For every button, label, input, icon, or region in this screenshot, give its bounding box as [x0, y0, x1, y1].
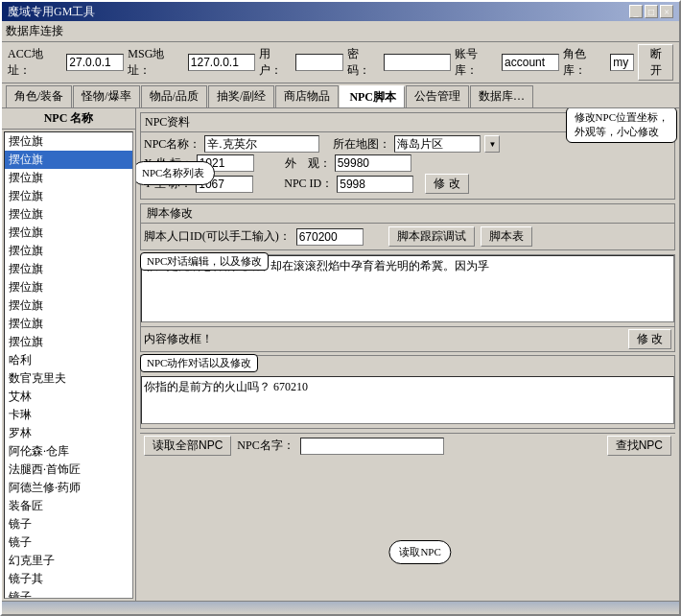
- tab-announce[interactable]: 公告管理: [406, 85, 469, 107]
- list-item[interactable]: 摆位旗: [5, 333, 132, 351]
- acc-label: ACC地址：: [8, 46, 62, 79]
- outer-label: 外 观：: [285, 155, 331, 172]
- msg-label: MSG地址：: [128, 46, 184, 79]
- left-panel: NPC 名称 摆位旗 摆位旗 摆位旗 摆位旗 摆位旗 摆位旗 摆位旗 摆位旗 摆…: [2, 108, 136, 601]
- window-title: 魔域专用GM工具: [8, 4, 95, 20]
- account-label: 账号库：: [455, 46, 498, 79]
- main-window: 魔域专用GM工具 _ □ × 数据库连接 ACC地址： MSG地址： 用户： 密…: [0, 0, 681, 616]
- action-textarea[interactable]: 你指的是前方的火山吗？ 670210: [141, 376, 674, 424]
- list-item[interactable]: 摆位旗: [5, 278, 132, 296]
- read-all-npc-button[interactable]: 读取全部NPC: [144, 436, 231, 456]
- status-bar: [2, 601, 679, 614]
- acc-input[interactable]: [66, 54, 124, 71]
- pwd-label: 密码：: [347, 46, 380, 79]
- list-item[interactable]: 摆位旗: [5, 296, 132, 315]
- npc-name-search-input[interactable]: [300, 438, 444, 455]
- list-item[interactable]: 卡琳: [5, 406, 132, 424]
- find-npc-button[interactable]: 查找NPC: [607, 436, 671, 456]
- list-item[interactable]: 镜子: [5, 533, 132, 552]
- callout-modify-npc: 修改NPC位置坐标，外观等，小心修改: [566, 108, 677, 143]
- list-item[interactable]: 摆位旗: [5, 151, 132, 169]
- tab-monster[interactable]: 怪物/爆率: [73, 85, 139, 107]
- list-item[interactable]: 阿德兰修·药师: [5, 479, 132, 497]
- maximize-button[interactable]: □: [645, 5, 658, 18]
- list-item[interactable]: 摆位旗: [5, 260, 132, 278]
- account-input[interactable]: [502, 54, 559, 71]
- tab-bar: 角色/装备 怪物/爆率 物品/品质 抽奖/副经 商店物品 NPC脚本 公告管理 …: [2, 83, 679, 108]
- script-id-input[interactable]: [296, 228, 364, 246]
- tab-shop[interactable]: 商店物品: [275, 85, 339, 107]
- dialog-modify-row: 内容修改框！ 修 改: [140, 327, 675, 352]
- map-label: 所在地图：: [333, 136, 390, 153]
- npcid-input[interactable]: [337, 176, 413, 193]
- msg-input[interactable]: [188, 54, 255, 71]
- y-coord-row: Y 坐 标： NPC ID： 修 改: [144, 174, 671, 194]
- npc-name-input[interactable]: [204, 135, 319, 153]
- list-item[interactable]: 摆位旗: [5, 187, 132, 205]
- action-wrapper: NPC动作对话以及修改 动作内容： 你指的是前方的火山吗？ 670210: [140, 355, 675, 429]
- right-panel: NPC名称列表 修改NPC位置坐标，外观等，小心修改 NPC资料 NPC名称： …: [136, 108, 679, 601]
- disconnect-button[interactable]: 断开: [638, 44, 673, 81]
- callout-read-npc: 读取NPC: [388, 540, 451, 564]
- script-table-button[interactable]: 脚本表: [481, 226, 532, 247]
- title-bar-buttons: _ □ ×: [629, 5, 673, 18]
- list-item[interactable]: 罗林: [5, 424, 132, 442]
- list-item[interactable]: 阿伦森·仓库: [5, 442, 132, 461]
- list-item[interactable]: 摆位旗: [5, 315, 132, 333]
- npc-list-header: NPC 名称: [2, 108, 135, 130]
- callout-action: NPC动作对话以及修改: [140, 354, 258, 372]
- tab-lottery[interactable]: 抽奖/副经: [208, 85, 274, 107]
- title-bar: 魔域专用GM工具 _ □ ×: [2, 2, 679, 21]
- acc-bar: ACC地址： MSG地址： 用户： 密码： 账号库： 角色库： 断开: [2, 42, 679, 83]
- pwd-input[interactable]: [384, 54, 451, 71]
- list-item[interactable]: 法腿西·首饰匠: [5, 461, 132, 479]
- list-item[interactable]: 摆位旗: [5, 224, 132, 242]
- user-input[interactable]: [295, 54, 343, 71]
- bottom-bar: 读取全部NPC NPC名字： 查找NPC: [140, 433, 675, 458]
- list-item[interactable]: 哈利: [5, 351, 132, 369]
- script-section: 脚本修改 脚本人口ID(可以手工输入)： 脚本跟踪调试 脚本表: [140, 203, 675, 250]
- modify-npc-button[interactable]: 修 改: [425, 174, 468, 194]
- modify-label: 内容修改框！: [144, 331, 622, 347]
- npc-name-label: NPC名称：: [144, 136, 200, 153]
- list-item[interactable]: 装备匠: [5, 497, 132, 515]
- list-item[interactable]: 镜子: [5, 515, 132, 533]
- menu-database[interactable]: 数据库连接: [6, 24, 63, 37]
- tab-database[interactable]: 数据库…: [470, 85, 533, 107]
- outer-input[interactable]: [335, 154, 411, 172]
- list-item[interactable]: 镜子: [5, 588, 132, 599]
- list-item[interactable]: 幻克里子: [5, 552, 132, 570]
- role-label: 角色库：: [563, 46, 606, 79]
- map-input[interactable]: [394, 135, 481, 153]
- tab-npc[interactable]: NPC脚本: [340, 85, 405, 107]
- trace-debug-button[interactable]: 脚本跟踪调试: [388, 226, 475, 247]
- list-item[interactable]: 数官克里夫: [5, 369, 132, 388]
- menu-bar: 数据库连接: [2, 21, 679, 42]
- dialog-modify-button[interactable]: 修 改: [628, 329, 671, 349]
- callout-npc-list: NPC名称列表: [136, 161, 215, 185]
- npc-list[interactable]: 摆位旗 摆位旗 摆位旗 摆位旗 摆位旗 摆位旗 摆位旗 摆位旗 摆位旗 摆位旗 …: [4, 131, 133, 599]
- role-input[interactable]: [610, 54, 634, 71]
- user-label: 用户：: [259, 46, 292, 79]
- list-item[interactable]: 摆位旗: [5, 169, 132, 187]
- npc-name-label: NPC名字：: [237, 438, 294, 454]
- close-button[interactable]: ×: [660, 5, 673, 18]
- npcid-label: NPC ID：: [284, 176, 333, 192]
- script-id-label: 脚本人口ID(可以手工输入)：: [144, 228, 291, 245]
- dialog-wrapper: NPC对话编辑，以及修改 那儿是充满恐怖的死域，却在滚滚烈焰中孕育着光明的希冀。…: [140, 254, 675, 352]
- callout-dialog: NPC对话编辑，以及修改: [140, 252, 269, 271]
- script-title: 脚本修改: [141, 204, 674, 224]
- main-content: NPC 名称 摆位旗 摆位旗 摆位旗 摆位旗 摆位旗 摆位旗 摆位旗 摆位旗 摆…: [2, 108, 679, 601]
- script-row: 脚本人口ID(可以手工输入)： 脚本跟踪调试 脚本表: [141, 224, 674, 249]
- tab-role-equip[interactable]: 角色/装备: [6, 85, 72, 107]
- list-item[interactable]: 艾林: [5, 388, 132, 406]
- list-item[interactable]: 摆位旗: [5, 205, 132, 224]
- tab-item[interactable]: 物品/品质: [141, 85, 207, 107]
- list-item[interactable]: 摆位旗: [5, 242, 132, 260]
- map-dropdown-arrow[interactable]: ▼: [484, 135, 500, 153]
- x-coord-row: X 坐 标： 外 观：: [144, 154, 671, 172]
- list-item[interactable]: 摆位旗: [5, 132, 132, 151]
- minimize-button[interactable]: _: [629, 5, 643, 18]
- list-item[interactable]: 镜子其: [5, 570, 132, 588]
